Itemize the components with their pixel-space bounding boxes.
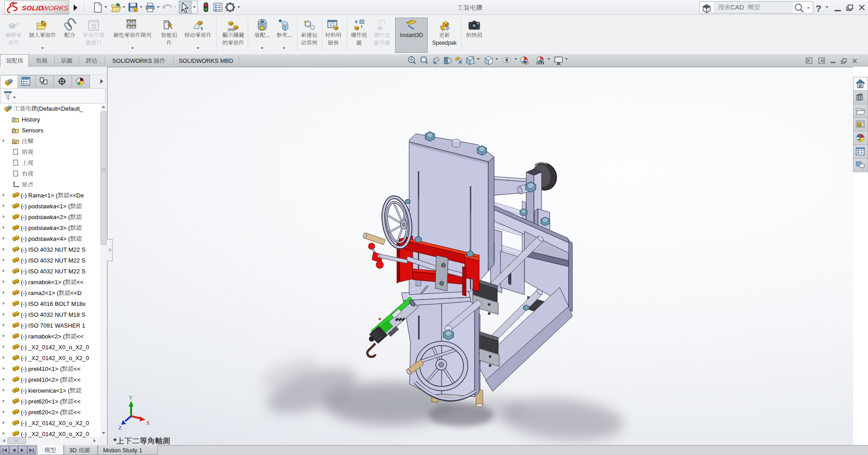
svg-text:A: A <box>458 59 462 65</box>
svg-text:!: ! <box>135 9 136 12</box>
svg-text:!: ! <box>441 27 443 31</box>
svg-text:A: A <box>14 141 16 144</box>
svg-text:?: ? <box>816 3 821 14</box>
svg-text:SOLID: SOLID <box>22 4 43 12</box>
svg-text:X: X <box>146 420 150 426</box>
svg-text:Y: Y <box>129 394 133 401</box>
svg-text:WORKS: WORKS <box>42 4 69 12</box>
svg-text:Z: Z <box>118 425 122 431</box>
